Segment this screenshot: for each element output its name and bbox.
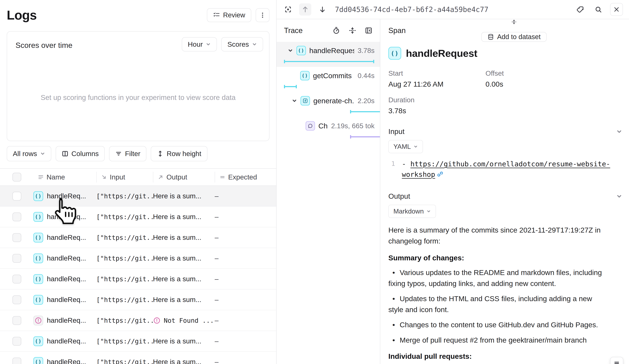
close-button[interactable] (610, 3, 623, 16)
row-checkbox[interactable] (12, 254, 21, 263)
collapse-vertical-icon[interactable] (348, 27, 356, 34)
chevron-down-icon (206, 42, 211, 47)
list-item: Various updates to the README and markdo… (388, 267, 608, 289)
row-checkbox[interactable] (12, 337, 21, 346)
row-checkbox[interactable] (12, 275, 21, 283)
row-height-icon (157, 150, 163, 157)
column-header-name[interactable]: Name (33, 172, 96, 183)
table-row-error[interactable]: handleReq... ["https://git... Not Found … (0, 310, 276, 331)
input-label: Input (388, 127, 405, 136)
collapse-vertical-icon[interactable] (510, 19, 518, 25)
input-code-block: 1 -https://github.com/ornelladotcom/resu… (388, 159, 622, 180)
arrow-down-icon (319, 6, 326, 13)
span-detail-panel: Span Add to dataset () handleRequest (380, 19, 629, 364)
changes-list: Various updates to the README and markdo… (388, 267, 608, 346)
span-panel-title: Span (388, 26, 406, 35)
table-row[interactable]: ()handleReq... ["https://git... Here is … (0, 227, 276, 248)
table-row[interactable]: ()handleReq... ["https://git... Here is … (0, 207, 276, 227)
interval-select[interactable]: Hour (182, 37, 217, 51)
expand-button[interactable] (282, 3, 294, 15)
column-header-expected[interactable]: Expected (215, 172, 276, 183)
logs-panel: Logs Review Scores over time (0, 0, 277, 364)
link-icon[interactable] (437, 171, 444, 177)
function-icon: () (33, 336, 43, 346)
summary-heading: Summary of changes: (388, 254, 622, 262)
chevron-down-icon[interactable] (616, 193, 622, 199)
repo-link[interactable]: https://github.com/ornelladotcom/resume-… (402, 160, 610, 178)
columns-button[interactable]: Columns (56, 146, 105, 161)
row-checkbox[interactable] (12, 233, 21, 242)
list-item: Changes to the content to use GitHub.dev… (388, 319, 608, 330)
column-header-input[interactable]: Input (96, 172, 153, 183)
tag-button[interactable] (574, 3, 587, 15)
span-fields: Start Aug 27 11:26 AM Offset 0.00s (388, 69, 622, 88)
timeline-bar (284, 60, 374, 63)
trace-tree-panel: Trace () handleRequest 3.78s (277, 19, 380, 364)
row-checkbox[interactable] (12, 295, 21, 304)
table-row[interactable]: ()handleReq... ["https://git... Here is … (0, 331, 276, 352)
row-checkbox[interactable] (12, 316, 21, 325)
timeline-bar (350, 110, 380, 114)
column-header-output[interactable]: Output (153, 172, 215, 183)
rows-filter-button[interactable]: All rows (7, 146, 51, 161)
row-height-button[interactable]: Row height (151, 146, 207, 161)
table-row[interactable]: ()handleReq... ["https://git... Here is … (0, 289, 276, 310)
logs-app: Logs Review Scores over time (0, 0, 629, 364)
individual-prs-heading: Individual pull requests: (388, 352, 622, 361)
review-button[interactable]: Review (207, 8, 251, 22)
outline-menu-button[interactable] (610, 357, 623, 364)
tag-icon (577, 6, 584, 13)
row-checkbox[interactable] (12, 192, 21, 201)
table-row[interactable]: ()handleReq... ["https://git... Here is … (0, 352, 276, 364)
panel-collapse-icon[interactable] (365, 27, 372, 34)
trace-topbar: 7dd04536-74cd-4eb7-b6f2-a44a59be4c77 (277, 0, 629, 19)
duration-label: Duration (388, 96, 622, 104)
row-checkbox[interactable] (12, 358, 21, 364)
table-row[interactable]: ()handleReq... ["https://git... Here is … (0, 186, 276, 207)
output-section-header[interactable]: Output (388, 192, 622, 200)
metric-select[interactable]: Scores (221, 37, 263, 51)
rows-filter-label: All rows (13, 150, 37, 158)
previous-row-button[interactable] (299, 3, 311, 15)
table-header-row: Name Input Output Expected (0, 168, 276, 186)
output-format-label: Markdown (393, 208, 424, 215)
input-format-select[interactable]: YAML (388, 140, 423, 153)
trace-panel-title: Trace (284, 26, 303, 35)
filter-label: Filter (125, 150, 140, 158)
trace-row-chat-completion[interactable]: Ch... 2.19s, 665 tok (277, 117, 380, 142)
table-row[interactable]: ()handleReq... ["https://git... Here is … (0, 269, 276, 289)
chevron-down-icon[interactable] (288, 48, 293, 53)
scores-card-title: Scores over time (15, 41, 73, 50)
filter-button[interactable]: Filter (109, 146, 146, 161)
timeline-bar (350, 135, 380, 138)
function-icon: () (33, 274, 43, 284)
trace-row-generate-changelog[interactable]: generate-ch... 2.20s (277, 92, 380, 117)
more-options-button[interactable] (256, 8, 270, 22)
chevron-down-icon[interactable] (292, 98, 297, 104)
span-id: 7dd04536-74cd-4eb7-b6f2-a44a59be4c77 (335, 5, 569, 14)
output-label: Output (388, 192, 410, 200)
function-icon: () (33, 212, 43, 222)
add-to-dataset-button[interactable]: Add to dataset (481, 32, 547, 42)
start-label: Start (388, 69, 485, 77)
table-row[interactable]: ()handleReq... ["https://git... Here is … (0, 248, 276, 269)
span-duration: 3.78s (358, 47, 375, 55)
columns-icon (62, 150, 68, 157)
trace-row-get-commits[interactable]: () getCommits 0.44s (277, 67, 380, 92)
output-format-select[interactable]: Markdown (388, 205, 436, 218)
function-icon: () (33, 357, 43, 364)
search-button[interactable] (592, 3, 604, 15)
offset-value: 0.00s (485, 80, 622, 88)
select-all-checkbox[interactable] (12, 173, 21, 181)
next-row-button[interactable] (316, 3, 328, 15)
stopwatch-icon[interactable] (332, 27, 340, 34)
input-format-label: YAML (393, 143, 411, 150)
equals-icon (219, 174, 225, 180)
menu-icon (614, 360, 620, 364)
input-section-header[interactable]: Input (388, 127, 622, 136)
row-checkbox[interactable] (12, 213, 21, 221)
trace-row-handle-request[interactable]: () handleRequest 3.78s (277, 42, 380, 67)
span-duration: 2.19s, 665 tok (331, 122, 375, 130)
interval-label: Hour (188, 40, 203, 48)
chevron-down-icon[interactable] (616, 128, 622, 135)
